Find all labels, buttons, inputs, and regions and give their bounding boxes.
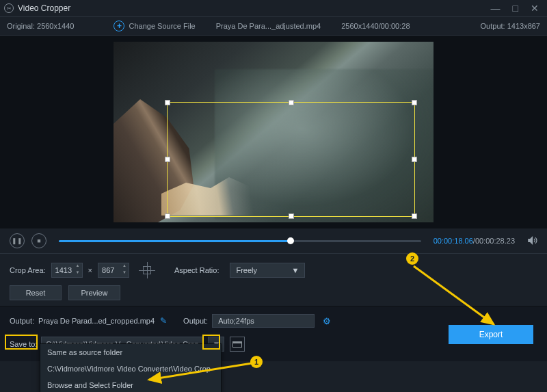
source-info: 2560x1440/00:00:28 [341, 22, 410, 30]
video-preview[interactable] [114, 42, 433, 222]
menu-item-browse[interactable]: Browse and Select Folder [40, 377, 221, 392]
plus-icon: + [114, 21, 124, 31]
save-to-label: Save to: [10, 340, 37, 348]
output-format-select[interactable]: Auto;24fps [212, 314, 315, 328]
title-bar: ✂ Video Cropper — □ ✕ [0, 0, 547, 16]
menu-item-same-folder[interactable]: Same as source folder [40, 344, 221, 361]
current-time: 00:00:18.06 [433, 237, 473, 245]
close-button[interactable]: ✕ [531, 3, 539, 14]
stop-button[interactable]: ■ [31, 233, 46, 248]
save-to-dropdown-menu: Same as source folder C:\Vidmore\Vidmore… [40, 343, 222, 392]
total-time: /00:00:28.23 [473, 237, 515, 245]
height-spinner[interactable]: ▲▼ [120, 263, 129, 277]
width-spinner[interactable]: ▲▼ [74, 263, 82, 277]
edit-filename-icon[interactable]: ✎ [160, 316, 167, 326]
svg-marker-0 [529, 237, 533, 244]
settings-gear-icon[interactable]: ⚙ [323, 316, 331, 326]
output-file-label: Output: [10, 317, 34, 325]
app-icon: ✂ [4, 3, 14, 13]
aspect-ratio-label: Aspect Ratio: [174, 266, 219, 274]
menu-item-path[interactable]: C:\Vidmore\Vidmore Video Converter\Video… [40, 361, 221, 377]
volume-icon[interactable] [527, 235, 537, 247]
open-folder-button[interactable] [230, 337, 245, 352]
crop-panel: Crop Area: 1413 ▲▼ × 867 ▲▼ Aspect Ratio… [0, 253, 547, 306]
crop-height-input[interactable]: 867 ▲▼ [98, 263, 129, 278]
output-format-label: Output: [183, 317, 208, 325]
source-filename: Praya De Para..._adjusted.mp4 [216, 22, 321, 30]
change-source-label: Change Source File [129, 22, 195, 30]
crop-width-input[interactable]: 1413 ▲▼ [51, 263, 83, 278]
change-source-button[interactable]: + Change Source File [114, 21, 195, 31]
time-display: 00:00:18.06 /00:00:28.23 [433, 237, 515, 245]
crop-area-label: Crop Area: [10, 266, 46, 274]
preview-area[interactable] [0, 36, 547, 228]
pause-button[interactable]: ❚❚ [10, 233, 25, 248]
window-controls: — □ ✕ [491, 3, 543, 14]
maximize-button[interactable]: □ [513, 3, 518, 14]
chevron-down-icon: ▼ [292, 266, 299, 274]
preview-button[interactable]: Preview [68, 285, 120, 300]
timeline-knob[interactable] [287, 237, 294, 244]
playback-bar: ❚❚ ■ 00:00:18.06 /00:00:28.23 [0, 228, 547, 253]
output-filename: Praya De Parad...ed_cropped.mp4 [38, 317, 155, 325]
annotation-marker-2: 2 [406, 252, 418, 265]
info-bar: Original: 2560x1440 + Change Source File… [0, 16, 547, 36]
output-dimensions: Output: 1413x867 [481, 22, 540, 30]
position-tool[interactable] [139, 262, 155, 278]
minimize-button[interactable]: — [491, 3, 501, 14]
timeline-slider[interactable] [59, 240, 421, 242]
dimension-sep: × [88, 266, 92, 274]
crop-handle-tl[interactable] [165, 100, 170, 105]
annotation-marker-1: 1 [250, 356, 263, 368]
original-dimensions: Original: 2560x1440 [7, 22, 74, 30]
export-button[interactable]: Export [449, 325, 533, 344]
app-title: Video Cropper [18, 3, 70, 13]
reset-button[interactable]: Reset [10, 285, 62, 300]
aspect-ratio-select[interactable]: Freely ▼ [230, 263, 305, 278]
